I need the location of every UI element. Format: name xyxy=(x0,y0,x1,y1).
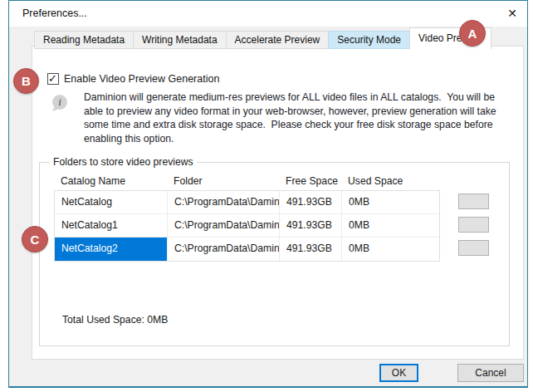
column-header-free-space: Free Space xyxy=(279,173,341,190)
catalog-table: Catalog Name Folder Free Space Used Spac… xyxy=(54,173,440,262)
checkmark-icon: ✓ xyxy=(48,72,57,85)
video-preview-panel: ✓ Enable Video Preview Generation i Dami… xyxy=(32,46,524,360)
browse-folder-button[interactable] xyxy=(458,217,489,233)
tab-security-mode[interactable]: Security Mode xyxy=(328,31,410,49)
groupbox-title: Folders to store video previews xyxy=(50,156,197,169)
window-title: Preferences... xyxy=(22,1,87,27)
cell-free: 491.93GB xyxy=(280,191,342,213)
cell-catalog: NetCatalog2 xyxy=(55,238,168,261)
cell-folder: C:\ProgramData\Damini... xyxy=(168,214,280,237)
table-body: NetCatalogC:\ProgramData\Damini...491.93… xyxy=(54,190,440,262)
tab-strip: Reading Metadata Writing Metadata Accele… xyxy=(34,27,491,49)
info-icon: i xyxy=(52,95,67,110)
table-row[interactable]: NetCatalogC:\ProgramData\Damini...491.93… xyxy=(55,191,439,214)
cell-used: 0MB xyxy=(342,238,439,261)
table-row[interactable]: NetCatalog2C:\ProgramData\Damini...491.9… xyxy=(55,238,439,261)
info-line: able to preview any video format in your… xyxy=(84,105,496,119)
info-line: enabling this option. xyxy=(84,132,496,146)
info-paragraph: Daminion will generate medium-res previe… xyxy=(84,91,496,145)
total-used-space-label: Total Used Space: 0MB xyxy=(62,314,168,326)
enable-video-preview-label: Enable Video Preview Generation xyxy=(64,73,219,86)
cell-folder: C:\ProgramData\Damini... xyxy=(168,191,280,213)
title-bar: Preferences... ✕ xyxy=(9,1,527,27)
column-header-folder: Folder xyxy=(167,173,279,190)
column-header-used-space: Used Space xyxy=(341,173,438,190)
cell-used: 0MB xyxy=(342,214,439,237)
table-row[interactable]: NetCatalog1C:\ProgramData\Damini...491.9… xyxy=(55,214,439,238)
tab-reading-metadata[interactable]: Reading Metadata xyxy=(34,31,134,49)
table-header: Catalog Name Folder Free Space Used Spac… xyxy=(54,173,440,190)
enable-video-preview-checkbox[interactable]: ✓ xyxy=(47,73,59,85)
tab-writing-metadata[interactable]: Writing Metadata xyxy=(133,31,227,49)
cell-free: 491.93GB xyxy=(280,214,342,237)
annotation-circle-c: C xyxy=(22,226,48,252)
annotation-circle-a: A xyxy=(459,20,486,47)
cell-free: 491.93GB xyxy=(280,238,342,261)
close-icon[interactable]: ✕ xyxy=(501,3,524,23)
cancel-button[interactable]: Cancel xyxy=(457,364,524,382)
cell-folder: C:\ProgramData\Damini... xyxy=(168,238,280,261)
annotation-circle-b: B xyxy=(13,68,39,94)
ok-button[interactable]: OK xyxy=(379,364,418,382)
browse-folder-button[interactable] xyxy=(458,194,489,209)
cell-catalog: NetCatalog1 xyxy=(55,214,168,237)
info-line: Daminion will generate medium-res previe… xyxy=(84,91,496,105)
folders-groupbox: Folders to store video previews Catalog … xyxy=(39,162,510,346)
tab-accelerate-preview[interactable]: Accelerate Preview xyxy=(226,31,330,49)
column-header-catalog-name: Catalog Name xyxy=(54,173,167,190)
browse-folder-button[interactable] xyxy=(458,240,489,256)
cell-catalog: NetCatalog xyxy=(55,191,168,213)
info-line: some time and extra disk storage space. … xyxy=(84,118,496,132)
cell-used: 0MB xyxy=(342,191,439,213)
preferences-dialog: Preferences... ✕ Reading Metadata Writin… xyxy=(8,0,528,388)
